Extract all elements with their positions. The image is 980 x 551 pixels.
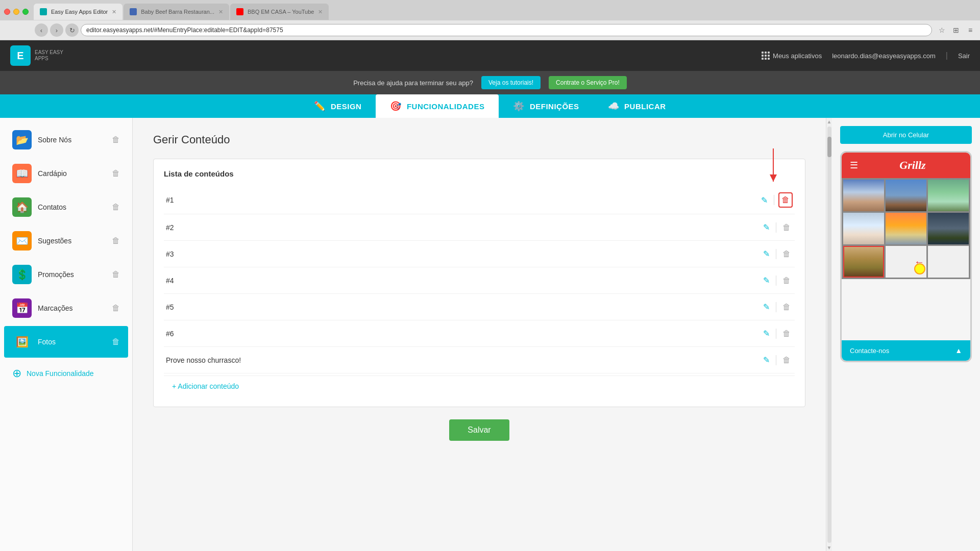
bookmark-button[interactable]: ☆	[936, 24, 947, 36]
promocoes-icon: 💲	[12, 265, 32, 284]
tab-title-babbeef: Baby Beef Barra Restauran...	[141, 9, 214, 15]
divider-4	[776, 276, 776, 286]
gallery-cell-7[interactable]	[843, 246, 884, 278]
sidebar-delete-cardapio[interactable]: 🗑	[112, 169, 120, 178]
sidebar-add-button[interactable]: ⊕ Nova Funcionalidade	[0, 361, 132, 386]
item-label-6: #6	[166, 330, 761, 338]
scroll-thumb[interactable]	[827, 137, 831, 157]
edit-button-4[interactable]: ✎	[761, 273, 772, 287]
delete-button-4[interactable]: 🗑	[780, 274, 793, 287]
edit-button-2[interactable]: ✎	[761, 220, 772, 234]
save-btn-area: Salvar	[153, 419, 805, 441]
gallery-cell-2[interactable]	[886, 180, 926, 211]
delete-button-1[interactable]: 🗑	[778, 192, 793, 208]
tab-close-babbeef[interactable]: ✕	[218, 9, 223, 15]
address-bar[interactable]	[81, 24, 932, 36]
logo-text: EASY EASY APPS	[35, 49, 63, 62]
tab-favicon-easyeasy	[40, 8, 47, 15]
list-item: #1 ✎ 🗑	[164, 186, 795, 214]
phone-footer-text: Contacte-nos	[850, 347, 889, 355]
sidebar-label-sugestoes: Sugestões	[38, 237, 106, 245]
delete-button-7[interactable]: 🗑	[780, 354, 793, 367]
reload-button[interactable]: ↻	[65, 23, 79, 37]
open-phone-button[interactable]: Abrir no Celular	[840, 126, 972, 144]
browser-tab-bbq[interactable]: BBQ EM CASA – YouTube ✕	[230, 4, 329, 20]
gallery-cell-1[interactable]	[843, 180, 884, 211]
scroll-down-arrow[interactable]: ▼	[827, 545, 832, 550]
edit-button-6[interactable]: ✎	[761, 327, 772, 340]
tab-close-bbq[interactable]: ✕	[318, 9, 323, 15]
browser-tab-easyeasy[interactable]: Easy Easy Apps Editor ✕	[34, 4, 122, 20]
menu-button[interactable]: ≡	[965, 24, 976, 36]
add-content-button[interactable]: + Adicionar conteúdo	[164, 375, 795, 396]
sidebar-delete-promocoes[interactable]: 🗑	[112, 270, 120, 279]
scroll-up-arrow[interactable]: ▲	[827, 119, 832, 124]
sidebar-delete-marcacoes[interactable]: 🗑	[112, 304, 120, 313]
tab-favicon-babbeef	[130, 8, 137, 15]
gallery-cell-4[interactable]	[843, 213, 884, 244]
gallery-cell-3[interactable]	[928, 180, 969, 211]
gallery-cell-5[interactable]	[886, 213, 926, 244]
tab-design[interactable]: ✏️ DESIGN	[300, 94, 376, 118]
list-item: Prove nosso churrasco! ✎ 🗑	[164, 347, 795, 373]
divider-6	[776, 329, 776, 339]
forward-button[interactable]: ›	[50, 23, 63, 37]
edit-button-7[interactable]: ✎	[761, 353, 772, 367]
sobre-nos-icon: 📂	[12, 130, 32, 149]
sidebar-label-marcacoes: Marcações	[38, 304, 106, 312]
tab-publicar[interactable]: ☁️ PUBLICAR	[594, 94, 680, 118]
logo-area: E EASY EASY APPS	[10, 45, 63, 66]
design-icon: ✏️	[314, 101, 326, 112]
sidebar-delete-sugestoes[interactable]: 🗑	[112, 236, 120, 245]
item-actions-1: ✎ 🗑	[759, 192, 793, 208]
traffic-light-red[interactable]	[4, 9, 10, 15]
back-button[interactable]: ‹	[35, 23, 48, 37]
tab-definicoes[interactable]: ⚙️ DEFINIÇÕES	[499, 94, 593, 118]
edit-button-3[interactable]: ✎	[761, 247, 772, 261]
sidebar-item-contatos[interactable]: 🏠 Contatos 🗑	[4, 191, 128, 223]
item-label-5: #5	[166, 303, 761, 311]
gallery-cell-9	[928, 246, 969, 278]
tab-funcionalidades[interactable]: 🎯 FUNCIONALIDADES	[376, 94, 499, 118]
content-panel: Lista de conteúdos #1 ✎ 🗑 #2 ✎	[153, 159, 805, 407]
sidebar-delete-fotos[interactable]: 🗑	[112, 337, 120, 346]
delete-button-6[interactable]: 🗑	[780, 327, 793, 340]
item-actions-2: ✎ 🗑	[761, 220, 793, 234]
sidebar-item-cardapio[interactable]: 📖 Cardápio 🗑	[4, 158, 128, 189]
browser-tab-babbeef[interactable]: Baby Beef Barra Restauran... ✕	[124, 4, 229, 20]
item-label-2: #2	[166, 223, 761, 232]
gallery-cell-6[interactable]	[928, 213, 969, 244]
edit-button-1[interactable]: ✎	[759, 193, 770, 207]
edit-button-5[interactable]: ✎	[761, 300, 772, 314]
tab-close-easyeasy[interactable]: ✕	[112, 9, 116, 15]
tutorial-button[interactable]: Veja os tutoriais!	[481, 76, 541, 89]
sidebar-delete-contatos[interactable]: 🗑	[112, 203, 120, 212]
delete-button-3[interactable]: 🗑	[780, 247, 793, 261]
traffic-light-yellow[interactable]	[13, 9, 19, 15]
help-banner-text: Precisa de ajuda para terminar seu app?	[353, 79, 473, 87]
extensions-button[interactable]: ⊞	[950, 24, 962, 36]
tab-favicon-bbq	[236, 8, 243, 15]
delete-button-5[interactable]: 🗑	[780, 300, 793, 314]
sidebar-item-sugestoes[interactable]: ✉️ Sugestões 🗑	[4, 225, 128, 257]
nav-apps-label: Meus aplicativos	[773, 52, 822, 60]
sidebar-item-sobre-nos[interactable]: 📂 Sobre Nós 🗑	[4, 124, 128, 156]
cursor-indicator	[914, 263, 925, 274]
phone-footer[interactable]: Contacte-nos ▲	[842, 340, 970, 361]
sidebar-label-fotos: Fotos	[38, 338, 106, 346]
sidebar-delete-sobre-nos[interactable]: 🗑	[112, 135, 120, 144]
divider-2	[776, 222, 776, 233]
sidebar-item-fotos[interactable]: 🖼️ Fotos 🗑	[4, 326, 128, 358]
scrollbar[interactable]: ▲ ▼	[826, 118, 832, 551]
sidebar-item-marcacoes[interactable]: 📅 Marcações 🗑	[4, 292, 128, 324]
nav-apps-button[interactable]: Meus aplicativos	[762, 52, 822, 60]
nav-divider: |	[946, 51, 948, 60]
nav-sair-button[interactable]: Sair	[958, 52, 970, 60]
traffic-light-green[interactable]	[22, 9, 29, 15]
sidebar-item-promocoes[interactable]: 💲 Promoções 🗑	[4, 259, 128, 290]
delete-button-2[interactable]: 🗑	[780, 221, 793, 234]
phone-header: ☰ Grillz	[842, 153, 970, 178]
pro-button[interactable]: Contrate o Serviço Pro!	[549, 76, 627, 89]
save-button[interactable]: Salvar	[449, 419, 509, 441]
add-plus-icon: ⊕	[12, 367, 21, 380]
